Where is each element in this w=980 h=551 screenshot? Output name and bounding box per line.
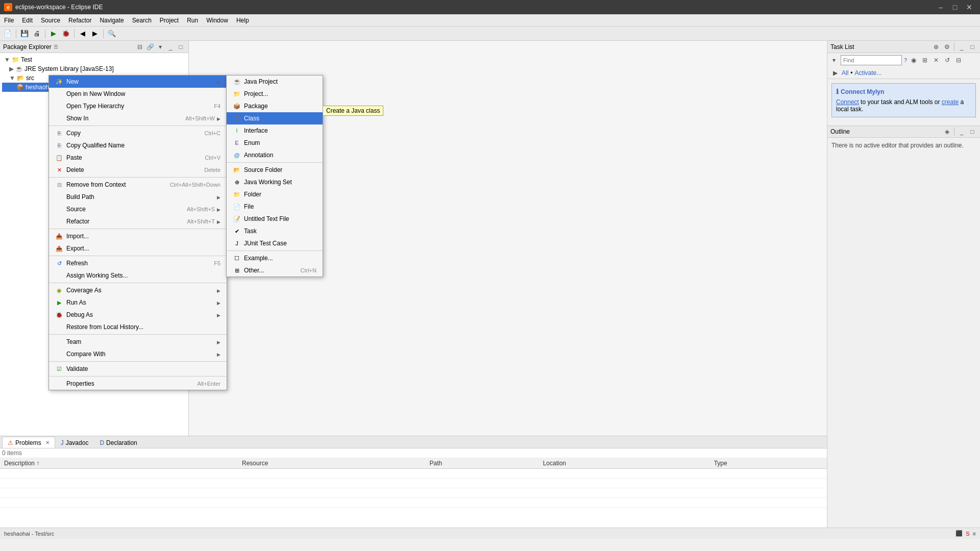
task-settings-icon[interactable]: ⚙ [942,42,951,52]
cm-restore-local-history[interactable]: Restore from Local History... [49,321,227,333]
task-toolbar-icon-4[interactable]: ↺ [943,56,952,65]
cm-sub-enum[interactable]: E Enum [227,137,323,149]
menu-file[interactable]: File [0,15,18,26]
cm-properties[interactable]: Properties Alt+Enter [49,378,227,390]
task-toolbar-icon-3[interactable]: ✕ [932,56,941,65]
menu-edit[interactable]: Edit [18,15,37,26]
cm-sub-example[interactable]: ☐ Example... [227,252,323,264]
minimize-outline-icon[interactable]: _ [957,127,966,136]
link-with-editor-icon[interactable]: 🔗 [145,42,155,52]
cm-sub-other[interactable]: ⊞ Other... Ctrl+N [227,264,323,277]
save-button[interactable]: 💾 [19,28,30,39]
cm-sub-untitled-text[interactable]: 📝 Untitled Text File [227,213,323,225]
menu-source[interactable]: Source [37,15,64,26]
cm-delete[interactable]: ✕ Delete Delete [49,164,227,176]
run-button[interactable]: ▶ [48,28,59,39]
menu-search[interactable]: Search [128,15,156,26]
col-path[interactable]: Path [426,458,539,469]
col-resource[interactable]: Resource [238,458,426,469]
task-toolbar-icon-5[interactable]: ⊟ [954,56,963,65]
cm-build-path[interactable]: Build Path [49,191,227,203]
cm-new-item[interactable]: ✨ New [49,76,227,88]
cm-sub-file[interactable]: 📄 File [227,201,323,213]
tree-jre[interactable]: ▶ ☕ JRE System Library [JavaSE-13] [2,64,186,73]
create-link[interactable]: create [942,98,959,106]
view-menu-icon[interactable]: ▾ [156,42,165,52]
cm-sep-8 [49,376,227,377]
outline-icon-1[interactable]: ◈ [942,127,951,136]
task-toolbar-icon-2[interactable]: ⊞ [920,56,929,65]
close-button[interactable]: ✕ [963,2,976,12]
cm-run-as[interactable]: ▶ Run As [49,296,227,309]
back-button[interactable]: ◀ [77,28,88,39]
menu-window[interactable]: Window [202,15,232,26]
cm-import[interactable]: 📥 Import... [49,230,227,242]
activate-link[interactable]: Activate... [855,69,882,77]
all-link[interactable]: All [842,69,848,77]
cm-paste[interactable]: 📋 Paste Ctrl+V [49,152,227,164]
debug-button[interactable]: 🐞 [60,28,71,39]
menu-project[interactable]: Project [156,15,183,26]
new-button[interactable]: 📄 [2,28,13,39]
cm-refresh[interactable]: ↺ Refresh F5 [49,257,227,269]
cm-sub-source-folder[interactable]: 📂 Source Folder [227,164,323,176]
search-toolbar-button[interactable]: 🔍 [106,28,117,39]
cm-validate[interactable]: ☑ Validate [49,363,227,375]
cm-remove-context[interactable]: ⊟ Remove from Context Ctrl+Alt+Shift+Dow… [49,179,227,191]
task-toolbar-icon-1[interactable]: ◉ [909,56,918,65]
cm-sub-java-project[interactable]: ☕ Java Project [227,76,323,88]
cm-sub-junit[interactable]: J JUnit Test Case [227,237,323,249]
cm-open-new-window[interactable]: Open in New Window [49,88,227,100]
filter-icon[interactable]: ▾ [829,56,839,65]
cm-da-left: 🐞 Debug As [55,311,93,319]
question-icon[interactable]: ? [904,57,907,63]
cm-debug-as[interactable]: 🐞 Debug As [49,309,227,321]
maximize-pe-icon[interactable]: □ [176,42,185,52]
cm-sub-project[interactable]: 📁 Project... [227,88,323,100]
new-task-icon[interactable]: ⊕ [932,42,941,52]
tab-problems[interactable]: ⚠ Problems ✕ [2,437,55,448]
cm-sub-folder[interactable]: 📁 Folder [227,188,323,201]
menu-refactor[interactable]: Refactor [64,15,95,26]
cm-refactor[interactable]: Refactor Alt+Shift+T [49,215,227,228]
find-input[interactable] [841,55,902,65]
collapse-all-icon[interactable]: ⊟ [135,42,144,52]
cm-coverage-as[interactable]: ◉ Coverage As [49,284,227,296]
menu-run[interactable]: Run [183,15,202,26]
cm-compare-with[interactable]: Compare With [49,348,227,360]
cm-source[interactable]: Source Alt+Shift+S [49,203,227,215]
cm-copy-qualified-name[interactable]: ⎘ Copy Qualified Name [49,139,227,152]
cm-export[interactable]: 📤 Export... [49,242,227,255]
menu-help[interactable]: Help [232,15,253,26]
cm-sub-ann-left: @ Annotation [233,151,273,159]
col-type[interactable]: Type [710,458,827,469]
cm-sub-task[interactable]: ✔ Task [227,225,323,237]
cm-sub-interface[interactable]: I Interface [227,124,323,137]
tab-javadoc[interactable]: J Javadoc [55,437,94,448]
minimize-task-icon[interactable]: _ [957,42,966,52]
cm-sub-annotation[interactable]: @ Annotation [227,149,323,161]
problems-tab-close[interactable]: ✕ [45,440,50,445]
minimize-pe-icon[interactable]: _ [166,42,175,52]
col-location[interactable]: Location [539,458,710,469]
cm-team[interactable]: Team [49,336,227,348]
cm-open-type-hierarchy[interactable]: Open Type Hierarchy F4 [49,100,227,112]
connect-link[interactable]: Connect [836,98,859,106]
cm-sub-package[interactable]: 📦 Package [227,100,323,112]
tree-project[interactable]: ▼ 📁 Test [2,55,186,64]
minimize-button[interactable]: – [934,2,947,12]
forward-button[interactable]: ▶ [89,28,101,39]
maximize-task-icon[interactable]: □ [968,42,977,52]
cm-assign-working-sets[interactable]: Assign Working Sets... [49,269,227,282]
maximize-button[interactable]: □ [948,2,962,12]
cm-sub-java-working-set[interactable]: ⊕ Java Working Set [227,176,323,188]
cm-sub-class[interactable]: C Class [227,112,323,124]
print-button[interactable]: 🖨 [31,28,42,39]
tab-declaration[interactable]: D Declaration [94,437,142,448]
cm-copy[interactable]: ⎘ Copy Ctrl+C [49,127,227,139]
col-description[interactable]: Description ↑ [0,458,238,469]
maximize-outline-icon[interactable]: □ [968,127,977,136]
cm-delete-left: ✕ Delete [55,166,84,174]
cm-show-in[interactable]: Show In Alt+Shift+W [49,112,227,124]
menu-navigate[interactable]: Navigate [95,15,128,26]
